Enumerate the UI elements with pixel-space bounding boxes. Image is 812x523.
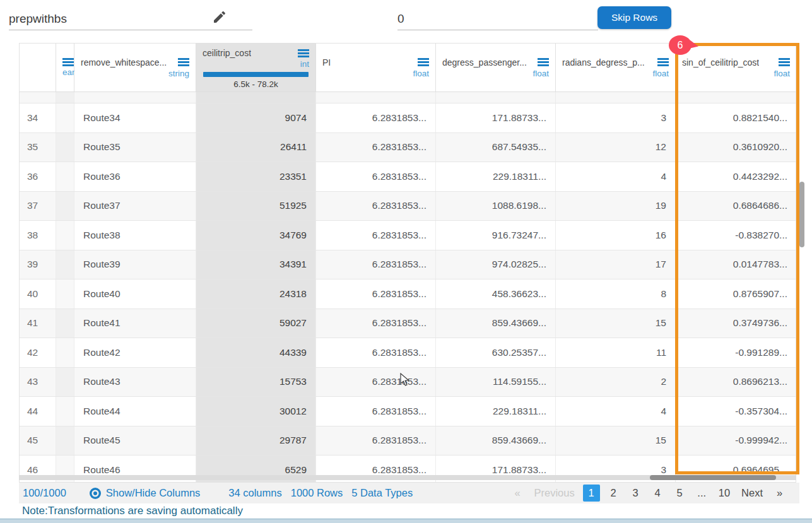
cell-sin[interactable]: 0.8696213... (676, 368, 796, 397)
cell-boolean[interactable] (56, 426, 74, 455)
cell-route[interactable]: Route37 (74, 192, 196, 221)
column-menu-icon[interactable] (418, 58, 429, 66)
cell-degress[interactable]: 171.88733... (436, 103, 556, 132)
cell-rownum[interactable]: 45 (20, 426, 56, 455)
cell-radians[interactable]: 16 (556, 221, 676, 250)
horizontal-scrollbar-thumb[interactable] (650, 475, 776, 480)
cell-route[interactable]: Route36 (74, 162, 196, 191)
cell-route[interactable]: Route40 (74, 279, 196, 309)
cell-degress[interactable]: 859.43669... (436, 426, 556, 455)
next-button[interactable]: Next (738, 485, 766, 502)
cell-route[interactable]: Route43 (74, 368, 196, 397)
cell-rownum[interactable]: 40 (20, 279, 56, 309)
column-menu-icon[interactable] (178, 58, 189, 66)
cell-rownum[interactable]: 36 (20, 162, 56, 191)
cell-cost[interactable]: 24318 (196, 279, 316, 309)
cell-sin[interactable]: -0.991289... (676, 338, 796, 367)
column-menu-icon[interactable] (298, 49, 309, 57)
cell-cost[interactable]: 34769 (196, 221, 316, 250)
cell-route[interactable]: Route35 (74, 133, 196, 162)
column-menu-icon[interactable] (779, 58, 790, 66)
cell-sin[interactable]: -0.999942... (676, 426, 796, 455)
cell-radians[interactable]: 8 (556, 279, 676, 309)
cell-sin[interactable]: -0.357304... (676, 397, 796, 426)
cell-cost[interactable]: 26411 (196, 133, 316, 162)
cell-route[interactable]: Route34 (74, 103, 196, 132)
cell-boolean[interactable] (56, 397, 74, 426)
page-button-5[interactable]: 5 (671, 485, 688, 502)
horizontal-scrollbar-track[interactable] (19, 475, 796, 480)
cell-pi[interactable]: 6.2831853... (316, 250, 436, 279)
cell-cost[interactable]: 51925 (196, 192, 316, 221)
cell-rownum[interactable]: 41 (20, 309, 56, 338)
cell-degress[interactable]: 458.36623... (436, 279, 556, 309)
cell-pi[interactable]: 6.2831853... (316, 133, 436, 162)
column-menu-icon[interactable] (538, 58, 549, 66)
cell-sin[interactable]: 0.3749736... (676, 309, 796, 338)
cell-route[interactable]: Route41 (74, 309, 196, 338)
edit-pencil-icon[interactable] (212, 9, 227, 25)
cell-rownum[interactable]: 35 (20, 133, 56, 162)
cell-rownum[interactable]: 44 (20, 397, 56, 426)
cell-degress[interactable]: 229.18311... (436, 162, 556, 191)
cell-route[interactable]: Route44 (74, 397, 196, 426)
cell-rownum[interactable]: 38 (20, 221, 56, 250)
page-button-3[interactable]: 3 (627, 485, 644, 502)
cell-boolean[interactable] (56, 368, 74, 397)
skip-rows-button[interactable]: Skip Rows (597, 6, 671, 29)
next-arrow[interactable]: » (771, 485, 788, 502)
cell-pi[interactable]: 6.2831853... (316, 162, 436, 191)
cell-sin[interactable]: -0.838270... (676, 221, 796, 250)
cell-degress[interactable]: 859.43669... (436, 309, 556, 338)
cell-boolean[interactable] (56, 309, 74, 338)
cell-sin[interactable]: 0.8821540... (676, 103, 796, 132)
cell-pi[interactable]: 6.2831853... (316, 192, 436, 221)
cell-degress[interactable]: 1088.6198... (436, 192, 556, 221)
cell-degress[interactable]: 974.02825... (436, 250, 556, 279)
cell-route[interactable]: Route39 (74, 250, 196, 279)
previous-arrow[interactable]: « (509, 485, 526, 502)
skip-rows-input[interactable] (397, 8, 598, 30)
cell-cost[interactable]: 59027 (196, 309, 316, 338)
cell-boolean[interactable] (56, 279, 74, 309)
cell-pi[interactable]: 6.2831853... (316, 426, 436, 455)
cell-cost[interactable]: 9074 (196, 103, 316, 132)
cell-sin[interactable]: 0.6864686... (676, 192, 796, 221)
cell-pi[interactable]: 6.2831853... (316, 279, 436, 309)
cell-degress[interactable]: 687.54935... (436, 133, 556, 162)
cell-radians[interactable]: 15 (556, 426, 676, 455)
cell-cost[interactable]: 34391 (196, 250, 316, 279)
cell-boolean[interactable] (56, 103, 74, 132)
cell-radians[interactable]: 19 (556, 192, 676, 221)
cell-radians[interactable]: 17 (556, 250, 676, 279)
vertical-scrollbar-thumb[interactable] (799, 182, 804, 247)
column-menu-icon[interactable] (62, 58, 74, 66)
cell-pi[interactable]: 6.2831853... (316, 397, 436, 426)
cell-cost[interactable]: 30012 (196, 397, 316, 426)
cell-radians[interactable]: 15 (556, 309, 676, 338)
cell-rownum[interactable]: 34 (20, 103, 56, 132)
cell-rownum[interactable]: 37 (20, 192, 56, 221)
cell-degress[interactable]: 114.59155... (436, 368, 556, 397)
cell-pi[interactable]: 6.2831853... (316, 103, 436, 132)
page-button-10[interactable]: 10 (715, 485, 733, 502)
cell-boolean[interactable] (56, 250, 74, 279)
cell-cost[interactable]: 15753 (196, 368, 316, 397)
cell-radians[interactable]: 2 (556, 368, 676, 397)
cell-boolean[interactable] (56, 192, 74, 221)
cell-pi[interactable]: 6.2831853... (316, 221, 436, 250)
cell-radians[interactable]: 12 (556, 133, 676, 162)
show-hide-columns-button[interactable]: Show/Hide Columns (89, 487, 200, 500)
cell-degress[interactable]: 916.73247... (436, 221, 556, 250)
cell-cost[interactable]: 29787 (196, 426, 316, 455)
cell-sin[interactable]: 0.0147783... (676, 250, 796, 279)
page-button-4[interactable]: 4 (649, 485, 666, 502)
cell-route[interactable]: Route42 (74, 338, 196, 367)
cell-rownum[interactable]: 43 (20, 368, 56, 397)
visible-rows-fraction[interactable]: 100/1000 (23, 487, 66, 499)
cell-pi[interactable]: 6.2831853... (316, 309, 436, 338)
page-button-2[interactable]: 2 (605, 485, 622, 502)
cell-sin[interactable]: 0.4423292... (676, 162, 796, 191)
cell-pi[interactable]: 6.2831853... (316, 368, 436, 397)
cell-route[interactable]: Route38 (74, 221, 196, 250)
